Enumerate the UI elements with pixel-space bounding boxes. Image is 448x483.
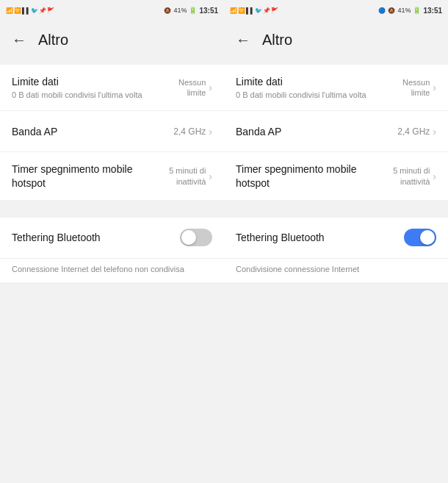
- banda-ap-title-left: Banda AP: [12, 125, 167, 138]
- banda-ap-chevron-left: ›: [209, 126, 212, 137]
- banda-ap-title-right: Banda AP: [236, 125, 391, 138]
- status-icons-left: 📶 🛜 ▌▌ 🐦 📌 🚩: [6, 7, 54, 14]
- limite-dati-chevron-right: ›: [433, 82, 436, 93]
- timer-item-right[interactable]: Timer spegnimento mobile hotspot 5 minut…: [224, 152, 448, 199]
- limite-dati-item-right[interactable]: Limite dati 0 B dati mobili condivisi l'…: [224, 65, 448, 111]
- banda-ap-value-right: 2,4 GHz: [397, 126, 430, 137]
- pin-icon: 📌: [39, 7, 46, 14]
- banda-ap-chevron-right: ›: [433, 126, 436, 137]
- tethering-toggle-right[interactable]: [404, 229, 436, 246]
- status-right-left: 🔕 41% 🔋 13:51: [164, 7, 218, 15]
- status-bar-left: 📶 🛜 ▌▌ 🐦 📌 🚩 🔕 41% 🔋 13:51: [0, 0, 224, 21]
- tethering-item-right[interactable]: Tethering Bluetooth: [224, 218, 448, 259]
- battery-percent-right: 41%: [397, 7, 411, 14]
- timer-item-left[interactable]: Timer spegnimento mobile hotspot 5 minut…: [0, 152, 224, 199]
- wifi-icon: 🛜: [14, 7, 21, 14]
- settings-card-left: Limite dati 0 B dati mobili condivisi l'…: [0, 65, 224, 200]
- limite-dati-subtitle-left: 0 B dati mobili condivisi l'ultima volta: [12, 90, 156, 100]
- signal-bars: ▌▌: [22, 7, 30, 14]
- limite-dati-title-right: Limite dati: [236, 75, 380, 88]
- silent-icon: 🔕: [164, 7, 171, 14]
- signal-bars-r: ▌▌: [246, 7, 254, 14]
- page-title-left: Altro: [38, 32, 68, 49]
- back-button-right[interactable]: ←: [236, 32, 250, 49]
- silent-icon-r: 🔕: [388, 7, 395, 14]
- tethering-card-left: Tethering Bluetooth Connessione Internet…: [0, 218, 224, 282]
- divider-right: [224, 206, 448, 212]
- header-right: ← Altro: [224, 21, 448, 59]
- settings-card-right: Limite dati 0 B dati mobili condivisi l'…: [224, 65, 448, 200]
- wifi-icon-r: 🛜: [238, 7, 245, 14]
- page-title-right: Altro: [262, 32, 292, 49]
- content-right: Limite dati 0 B dati mobili condivisi l'…: [224, 59, 448, 483]
- tethering-status-left: Connessione Internet del telefono non co…: [0, 259, 224, 282]
- tethering-title-right: Tethering Bluetooth: [236, 231, 398, 244]
- twitter-icon: 🐦: [31, 7, 38, 14]
- toggle-knob-right: [420, 230, 435, 245]
- timer-chevron-left: ›: [209, 171, 212, 182]
- flag-icon: 🚩: [47, 7, 54, 14]
- battery-percent-left: 41%: [173, 7, 187, 14]
- banda-ap-item-right[interactable]: Banda AP 2,4 GHz ›: [224, 111, 448, 152]
- tethering-title-left: Tethering Bluetooth: [12, 231, 174, 244]
- tethering-status-right: Condivisione connessione Internet: [224, 259, 448, 282]
- status-right-right: 🔵 🔕 41% 🔋 13:51: [378, 7, 442, 15]
- sim-icon-r: 📶: [230, 7, 237, 14]
- back-button-left[interactable]: ←: [12, 32, 26, 49]
- pin-icon-r: 📌: [263, 7, 270, 14]
- tethering-toggle-left[interactable]: [180, 229, 212, 246]
- right-panel: 📶 🛜 ▌▌ 🐦 📌 🚩 🔵 🔕 41% 🔋 13:51 ← Altro Lim…: [224, 0, 448, 483]
- battery-icon-left: 🔋: [189, 7, 197, 14]
- content-left: Limite dati 0 B dati mobili condivisi l'…: [0, 59, 224, 483]
- toggle-knob-left: [181, 230, 196, 245]
- time-right: 13:51: [423, 7, 442, 15]
- banda-ap-item-left[interactable]: Banda AP 2,4 GHz ›: [0, 111, 224, 152]
- limite-dati-chevron-left: ›: [209, 82, 212, 93]
- bluetooth-icon-r: 🔵: [378, 7, 386, 14]
- timer-title-right: Timer spegnimento mobile hotspot: [236, 162, 376, 189]
- timer-value-right: 5 minuti di inattività: [382, 165, 430, 187]
- limite-dati-value-right: Nessun limite: [386, 77, 430, 99]
- time-left: 13:51: [199, 7, 218, 15]
- battery-icon-right: 🔋: [413, 7, 421, 14]
- status-icons-right: 📶 🛜 ▌▌ 🐦 📌 🚩: [230, 7, 278, 14]
- tethering-item-left[interactable]: Tethering Bluetooth: [0, 218, 224, 259]
- timer-title-left: Timer spegnimento mobile hotspot: [12, 162, 152, 189]
- limite-dati-item-left[interactable]: Limite dati 0 B dati mobili condivisi l'…: [0, 65, 224, 111]
- flag-icon-r: 🚩: [271, 7, 278, 14]
- sim-icon: 📶: [6, 7, 13, 14]
- limite-dati-subtitle-right: 0 B dati mobili condivisi l'ultima volta: [236, 90, 380, 100]
- limite-dati-title-left: Limite dati: [12, 75, 156, 88]
- tethering-card-right: Tethering Bluetooth Condivisione conness…: [224, 218, 448, 282]
- left-panel: 📶 🛜 ▌▌ 🐦 📌 🚩 🔕 41% 🔋 13:51 ← Altro Limit…: [0, 0, 224, 483]
- limite-dati-value-left: Nessun limite: [162, 77, 206, 99]
- twitter-icon-r: 🐦: [255, 7, 262, 14]
- timer-chevron-right: ›: [433, 171, 436, 182]
- status-bar-right: 📶 🛜 ▌▌ 🐦 📌 🚩 🔵 🔕 41% 🔋 13:51: [224, 0, 448, 21]
- banda-ap-value-left: 2,4 GHz: [173, 126, 206, 137]
- divider-left: [0, 206, 224, 212]
- header-left: ← Altro: [0, 21, 224, 59]
- timer-value-left: 5 minuti di inattività: [158, 165, 206, 187]
